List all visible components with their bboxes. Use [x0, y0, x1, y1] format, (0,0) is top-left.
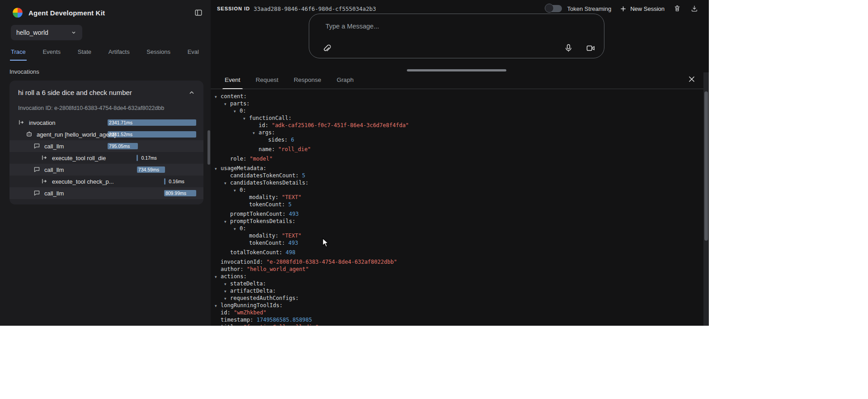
token-streaming-label: Token Streaming	[567, 5, 612, 12]
tab-response[interactable]: Response	[286, 76, 329, 89]
chat-icon	[33, 142, 41, 150]
json-value: 1749586585.858985	[253, 317, 312, 323]
collapse-arrow-icon[interactable]: ▾	[224, 180, 230, 187]
detail-scrollbar-thumb[interactable]	[704, 91, 708, 241]
json-line-0: ▾0:	[211, 225, 703, 232]
tab-eval[interactable]: Eval	[187, 47, 200, 61]
collapse-arrow-icon[interactable]: ▾	[224, 280, 230, 288]
json-key: candidatesTokenCount:	[230, 172, 299, 179]
trace-row-execute-tool-check-p[interactable]: execute_tool check_p...0.16ms	[9, 176, 203, 187]
collapse-sidebar-button[interactable]	[193, 8, 203, 18]
collapse-arrow-icon[interactable]: ▾	[253, 129, 259, 137]
plus-icon	[619, 5, 627, 13]
toggle-thumb	[545, 4, 554, 13]
collapse-arrow-icon[interactable]: ▾	[224, 288, 230, 295]
agent-select-dropdown[interactable]: hello_world	[11, 25, 82, 40]
json-value: "functionCall:roll_die"	[240, 324, 318, 326]
panel-resize-handle[interactable]	[407, 69, 506, 71]
trace-row-call-llm[interactable]: call_llm795.05ms	[9, 140, 203, 152]
invocations-section-label: Invocations	[0, 61, 211, 78]
session-actions: Token Streaming New Session	[546, 4, 699, 13]
trace-row-call-llm[interactable]: call_llm809.99ms	[9, 187, 203, 199]
collapse-arrow-icon[interactable]: ▾	[234, 225, 240, 233]
token-streaming-toggle[interactable]	[546, 5, 562, 12]
json-value: 5	[299, 172, 305, 179]
chevron-up-icon[interactable]	[188, 89, 195, 96]
message-input[interactable]	[325, 22, 514, 30]
trace-row-agent-run-hello-world-agent[interactable]: agent_run [hello_world_agent]2341.52ms	[9, 128, 203, 140]
json-key: 0:	[240, 108, 246, 114]
json-line-role: role: "model"	[211, 155, 703, 162]
sidebar-tabs: Trace Events State Artifacts Sessions Ev…	[0, 40, 211, 61]
export-session-button[interactable]	[690, 4, 699, 13]
tab-events[interactable]: Events	[42, 47, 61, 61]
new-session-button[interactable]: New Session	[619, 5, 665, 13]
trace-row-execute-tool-roll-die[interactable]: execute_tool roll_die0.17ms	[9, 152, 203, 164]
tab-artifacts[interactable]: Artifacts	[108, 47, 131, 61]
trace-span-label: call_llm	[44, 143, 64, 150]
sidebar: Agent Development Kit hello_world Trace …	[0, 0, 211, 326]
trace-duration-bar	[137, 155, 138, 161]
step-into-icon	[18, 119, 25, 126]
token-streaming-toggle-group: Token Streaming	[546, 5, 612, 12]
trace-duration-label: 734.59ms	[138, 164, 159, 176]
collapse-arrow-icon[interactable]: ▾	[234, 108, 240, 115]
trace-span-label: call_llm	[44, 166, 64, 173]
invocation-card-header[interactable]: hi roll a 6 side dice and check number	[9, 89, 203, 96]
json-line-author: author: "hello_world_agent"	[211, 266, 703, 273]
detail-scrollbar-track[interactable]	[703, 72, 709, 326]
json-line-modality: modality: "TEXT"	[211, 194, 703, 201]
json-key: promptTokensDetails:	[230, 218, 296, 224]
json-line-0: ▾0:	[211, 107, 703, 114]
adk-logo-icon	[12, 7, 24, 19]
delete-session-button[interactable]	[673, 4, 682, 13]
microphone-icon	[564, 43, 573, 53]
trace-row-invocation[interactable]: invocation2341.71ms	[9, 117, 203, 128]
json-key: sides:	[268, 137, 288, 143]
json-line-invocationId: invocationId: "e-2808fd10-6383-4754-8de4…	[211, 258, 703, 266]
trace-duration-label: 809.99ms	[165, 187, 186, 199]
sidebar-scrollbar-thumb[interactable]	[208, 130, 210, 165]
json-key: id:	[221, 309, 231, 316]
new-session-label: New Session	[630, 5, 665, 12]
collapse-arrow-icon[interactable]: ▾	[215, 302, 221, 309]
chat-icon	[33, 166, 41, 173]
json-key: author:	[221, 266, 244, 272]
message-input-container	[309, 14, 604, 58]
json-line-name: name: "roll_die"	[211, 146, 703, 153]
trace-span-label: invocation	[29, 119, 56, 126]
json-key: longRunningToolIds:	[221, 302, 283, 309]
collapse-arrow-icon[interactable]: ▾	[243, 115, 249, 122]
chevron-down-icon	[71, 29, 77, 36]
json-key: totalTokenCount:	[230, 249, 283, 256]
collapse-arrow-icon[interactable]: ▾	[215, 165, 221, 172]
json-tree: ▾content:▾parts:▾0:▾functionCall:id: "ad…	[211, 90, 703, 326]
json-value: "wmZhkbed"	[231, 309, 266, 316]
json-line-stateDelta: ▾stateDelta:	[211, 280, 703, 287]
trace-tree: invocation2341.71msagent_run [hello_worl…	[9, 117, 203, 199]
trace-row-call-llm[interactable]: call_llm734.59ms	[9, 164, 203, 176]
json-key: stateDelta:	[230, 280, 266, 287]
tab-trace[interactable]: Trace	[10, 47, 27, 61]
tab-sessions[interactable]: Sessions	[146, 47, 171, 61]
json-key: tokenCount:	[249, 201, 285, 208]
tab-graph[interactable]: Graph	[329, 76, 362, 89]
json-line-longRunningToolIds: ▾longRunningToolIds:	[211, 302, 703, 309]
collapse-arrow-icon[interactable]: ▾	[215, 93, 221, 100]
close-detail-button[interactable]	[687, 75, 696, 84]
collapse-arrow-icon[interactable]: ▾	[234, 187, 240, 194]
json-value: "e-2808fd10-6383-4754-8de4-632af8022dbb"	[263, 259, 397, 265]
trace-duration-label: 795.05ms	[109, 140, 130, 152]
camera-button[interactable]	[585, 43, 595, 53]
collapse-arrow-icon[interactable]: ▾	[224, 100, 230, 108]
tab-event[interactable]: Event	[217, 76, 248, 89]
trace-duration-bar	[164, 178, 165, 185]
collapse-arrow-icon[interactable]: ▾	[224, 295, 230, 302]
collapse-arrow-icon[interactable]: ▾	[224, 218, 230, 225]
collapse-arrow-icon[interactable]: ▾	[215, 273, 221, 280]
tab-state[interactable]: State	[77, 47, 92, 61]
tab-request[interactable]: Request	[248, 76, 286, 89]
trace-span-label: call_llm	[44, 190, 64, 197]
microphone-button[interactable]	[563, 43, 573, 53]
attach-file-button[interactable]	[321, 43, 331, 53]
